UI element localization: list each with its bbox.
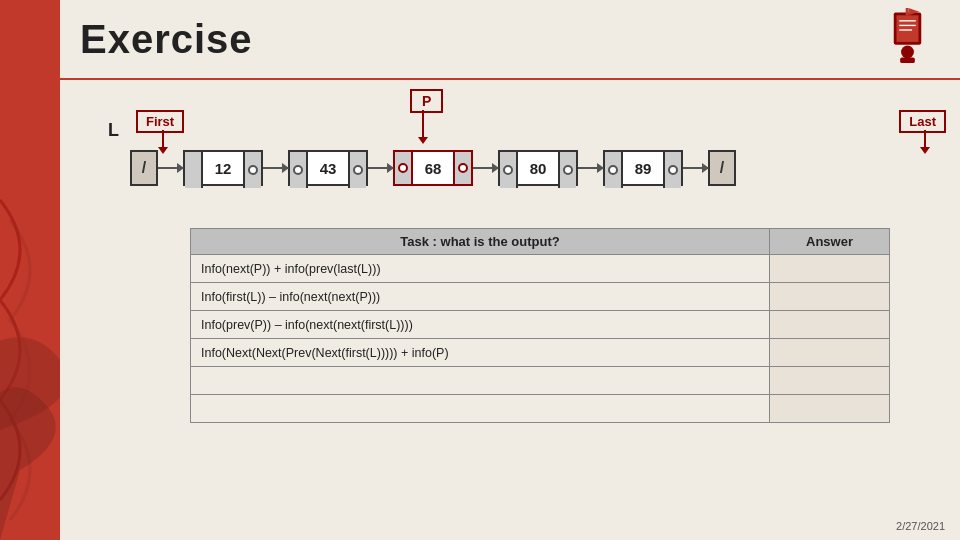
svg-rect-7 — [900, 58, 915, 64]
table-row: Info(first(L)) – info(next(next(P))) — [191, 283, 890, 311]
task-cell — [191, 395, 770, 423]
task-cell: Info(next(P)) + info(prev(last(L))) — [191, 255, 770, 283]
arrow-1 — [158, 167, 183, 169]
answer-cell — [770, 311, 890, 339]
task-cell: Info(Next(Next(Prev(Next(first(L))))) + … — [191, 339, 770, 367]
arrow-2 — [263, 167, 288, 169]
arrow-3 — [368, 167, 393, 169]
node-12: 12 — [183, 150, 263, 186]
table-row: Info(prev(P)) – info(next(next(first(L))… — [191, 311, 890, 339]
arrow-5 — [578, 167, 603, 169]
table-row — [191, 367, 890, 395]
answer-cell — [770, 255, 890, 283]
answer-cell — [770, 339, 890, 367]
l-down-arrow — [162, 130, 164, 148]
node-chain: / 12 — [130, 150, 736, 186]
l-label: L — [108, 120, 119, 141]
date-label: 2/27/2021 — [896, 520, 945, 532]
sidebar: 11 — [0, 0, 60, 540]
table-row: Info(next(P)) + info(prev(last(L))) — [191, 255, 890, 283]
task-cell — [191, 367, 770, 395]
last-down-arrow — [924, 130, 926, 148]
answer-cell — [770, 395, 890, 423]
svg-point-6 — [901, 46, 914, 59]
col1-header: Task : what is the output? — [191, 229, 770, 255]
node-68: 68 — [393, 150, 473, 186]
task-cell: Info(prev(P)) – info(next(next(first(L))… — [191, 311, 770, 339]
logo-icon — [880, 8, 935, 63]
task-table: Task : what is the output? Answer Info(n… — [190, 228, 890, 423]
svg-rect-2 — [897, 15, 919, 42]
answer-cell — [770, 367, 890, 395]
node-null-start: / — [130, 150, 158, 186]
node-43: 43 — [288, 150, 368, 186]
task-cell: Info(first(L)) – info(next(next(P))) — [191, 283, 770, 311]
node-null-end: / — [708, 150, 736, 186]
main-content: Exercise P — [60, 0, 960, 540]
arrow-4 — [473, 167, 498, 169]
answer-cell — [770, 283, 890, 311]
page-title: Exercise — [80, 17, 253, 62]
top-bar: Exercise — [60, 0, 960, 80]
svg-rect-8 — [906, 8, 909, 15]
logo-area — [880, 8, 940, 68]
p-label: P — [410, 92, 443, 110]
last-label: Last — [899, 112, 946, 130]
diagram-area: P L First Last / — [90, 88, 950, 218]
table-row: Info(Next(Next(Prev(Next(first(L))))) + … — [191, 339, 890, 367]
node-80: 80 — [498, 150, 578, 186]
table-row — [191, 395, 890, 423]
first-label: First — [126, 112, 184, 130]
node-89: 89 — [603, 150, 683, 186]
col2-header: Answer — [770, 229, 890, 255]
arrow-6 — [683, 167, 708, 169]
p-down-arrow — [422, 110, 424, 138]
